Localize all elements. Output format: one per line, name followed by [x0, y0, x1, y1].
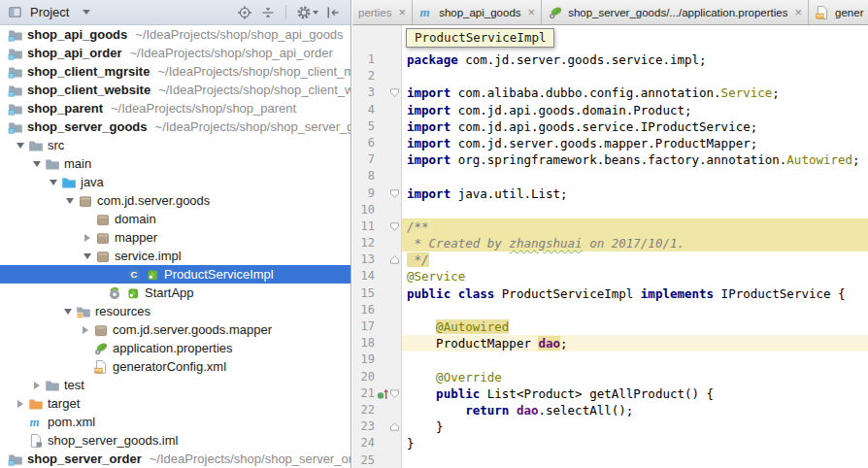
- tree-item-shop-server-goods[interactable]: shop_server_goods~/IdeaProjects/shop/sho…: [0, 117, 351, 136]
- tree-item-shop-client-mgrsite[interactable]: shop_client_mgrsite~/IdeaProjects/shop/s…: [0, 62, 351, 81]
- code-line-8[interactable]: 8: [352, 168, 868, 184]
- chevron-collapsed-icon[interactable]: [78, 326, 93, 334]
- chevron-expanded-icon[interactable]: [80, 253, 95, 259]
- code-editor[interactable]: 1package com.jd.server.goods.service.imp…: [352, 25, 868, 468]
- folder-icon: [45, 378, 60, 393]
- tree-item-com-jd-server-goods[interactable]: com.jd.server.goods: [0, 191, 351, 210]
- line-number: 21: [352, 385, 377, 402]
- collapse-all-icon[interactable]: [258, 3, 278, 22]
- tree-item-productserviceimpl[interactable]: CProductServiceImpl: [0, 265, 351, 284]
- fold-marker-icon[interactable]: [389, 185, 402, 202]
- editor-tab-bar[interactable]: perties×mshop_api_goods×shop_server_good…: [352, 0, 868, 25]
- code-text: ProductMapper dao;: [402, 335, 868, 351]
- tree-item-label: shop_parent: [27, 101, 103, 116]
- code-line-10[interactable]: 10: [352, 202, 868, 218]
- module-folder-icon: [8, 101, 23, 117]
- tree-item-target[interactable]: target: [0, 394, 351, 413]
- fold-marker-icon[interactable]: [389, 385, 402, 402]
- fold-marker-icon[interactable]: [389, 418, 402, 435]
- code-text: @Service: [402, 268, 868, 284]
- code-text: return dao.selectAll();: [402, 402, 868, 418]
- chevron-down-icon[interactable]: [83, 10, 90, 15]
- tree-item-shop-api-goods[interactable]: shop_api_goods~/IdeaProjects/shop/shop_a…: [0, 25, 351, 44]
- fold-marker-icon[interactable]: [389, 251, 402, 268]
- tree-item-shop-server-order[interactable]: shop_server_order~/IdeaProjects/shop/sho…: [0, 450, 351, 468]
- tree-item-label: shop_api_goods: [27, 27, 127, 42]
- tree-item-shop-server-goods-iml[interactable]: shop_server_goods.iml: [0, 431, 351, 450]
- editor-tab-perties[interactable]: perties×: [352, 0, 413, 24]
- close-icon[interactable]: ×: [794, 6, 802, 18]
- editor-tab-gener[interactable]: <>gener: [809, 0, 868, 24]
- code-line-24[interactable]: 24}: [352, 435, 868, 451]
- code-line-11[interactable]: 11/**: [352, 218, 868, 235]
- code-line-13[interactable]: 13 */: [352, 251, 868, 268]
- code-line-16[interactable]: 16: [352, 302, 868, 318]
- code-line-6[interactable]: 6import com.jd.server.goods.mapper.Produ…: [352, 135, 868, 151]
- tree-item-resources[interactable]: resources: [0, 302, 351, 320]
- line-number: 8: [352, 168, 377, 184]
- code-line-9[interactable]: 9import java.util.List;: [352, 185, 868, 202]
- code-line-5[interactable]: 5import com.jd.api.goods.service.IProduc…: [352, 118, 868, 135]
- code-text: }: [402, 435, 868, 451]
- tree-item-application-properties[interactable]: application.properties: [0, 339, 351, 357]
- chevron-expanded-icon[interactable]: [62, 198, 78, 204]
- code-line-7[interactable]: 7import org.springframework.beans.factor…: [352, 151, 868, 168]
- code-line-3[interactable]: 3import com.alibaba.dubbo.config.annotat…: [352, 84, 868, 101]
- fold-marker-icon[interactable]: [389, 84, 402, 101]
- code-line-4[interactable]: 4import com.jd.api.goods.domain.Product;: [352, 102, 868, 118]
- code-line-21[interactable]: 21 public List<Product> getAllProduct() …: [352, 385, 868, 402]
- code-line-22[interactable]: 22 return dao.selectAll();: [352, 402, 868, 418]
- editor-tab-shop-api-goods[interactable]: mshop_api_goods×: [413, 0, 542, 24]
- editor-tab-shop-server-goods-application-properties[interactable]: shop_server_goods/.../application.proper…: [542, 0, 809, 24]
- chevron-collapsed-icon[interactable]: [13, 400, 28, 408]
- project-tree[interactable]: shop_api_goods~/IdeaProjects/shop/shop_a…: [0, 25, 351, 468]
- chevron-expanded-icon[interactable]: [13, 143, 28, 149]
- code-line-1[interactable]: 1package com.jd.server.goods.service.imp…: [352, 51, 868, 68]
- tree-item-main[interactable]: main: [0, 154, 351, 173]
- code-line-25[interactable]: 25: [352, 452, 868, 468]
- tree-item-domain[interactable]: domain: [0, 210, 351, 228]
- code-line-20[interactable]: 20 @Override: [352, 369, 868, 385]
- line-number: 7: [352, 151, 377, 168]
- code-line-2[interactable]: 2: [352, 68, 868, 84]
- gutter-fold-slot: [389, 268, 402, 284]
- code-line-12[interactable]: 12 * Created by zhangshuai on 2017/10/1.: [352, 235, 868, 251]
- code-line-14[interactable]: 14@Service: [352, 268, 868, 284]
- tree-item-src[interactable]: src: [0, 136, 351, 154]
- tree-item-startapp[interactable]: StartApp: [0, 284, 351, 302]
- chevron-expanded-icon[interactable]: [46, 180, 61, 185]
- tree-item-mapper[interactable]: mapper: [0, 228, 351, 247]
- tree-item-service-impl[interactable]: service.impl: [0, 247, 351, 265]
- hide-panel-icon[interactable]: [323, 3, 343, 22]
- fold-marker-icon[interactable]: [389, 218, 402, 235]
- tree-item-path: ~/IdeaProjects/shop/shop_api_order: [130, 46, 333, 60]
- tree-item-generatorconfig-xml[interactable]: <>generatorConfig.xml: [0, 357, 351, 376]
- tree-item-shop-api-order[interactable]: shop_api_order~/IdeaProjects/shop/shop_a…: [0, 44, 351, 62]
- chevron-down-icon: [313, 11, 318, 15]
- tree-item-com-jd-server-goods-mapper[interactable]: com.jd.server.goods.mapper: [0, 320, 351, 339]
- code-line-19[interactable]: 19: [352, 351, 868, 368]
- chevron-collapsed-icon[interactable]: [80, 234, 95, 242]
- tree-item-shop-client-website[interactable]: shop_client_website~/IdeaProjects/shop/s…: [0, 81, 351, 99]
- gutter-mark-slot: [377, 84, 389, 101]
- settings-gear-icon[interactable]: [294, 3, 319, 22]
- chevron-expanded-icon[interactable]: [60, 309, 76, 315]
- close-icon[interactable]: ×: [399, 6, 407, 18]
- code-line-23[interactable]: 23 }: [352, 418, 868, 435]
- tree-item-pom-xml[interactable]: mpom.xml: [0, 413, 351, 431]
- code-line-17[interactable]: 17 @Autowired: [352, 318, 868, 335]
- code-text: import org.springframework.beans.factory…: [402, 151, 868, 168]
- code-lines[interactable]: 1package com.jd.server.goods.service.imp…: [352, 51, 868, 468]
- tree-item-shop-parent[interactable]: shop_parent~/IdeaProjects/shop/shop_pare…: [0, 99, 351, 117]
- scroll-from-source-icon[interactable]: [235, 3, 254, 22]
- tree-item-label: src: [48, 138, 64, 152]
- chevron-expanded-icon[interactable]: [29, 161, 45, 167]
- tree-item-java[interactable]: java: [0, 173, 351, 191]
- override-method-icon[interactable]: [377, 385, 389, 402]
- code-line-15[interactable]: 15public class ProductServiceImpl implem…: [352, 285, 868, 302]
- chevron-collapsed-icon[interactable]: [29, 382, 45, 389]
- close-icon[interactable]: ×: [528, 6, 536, 18]
- tree-item-test[interactable]: test: [0, 376, 351, 394]
- code-line-18[interactable]: 18 ProductMapper dao;: [352, 335, 868, 351]
- line-number: 17: [352, 318, 377, 335]
